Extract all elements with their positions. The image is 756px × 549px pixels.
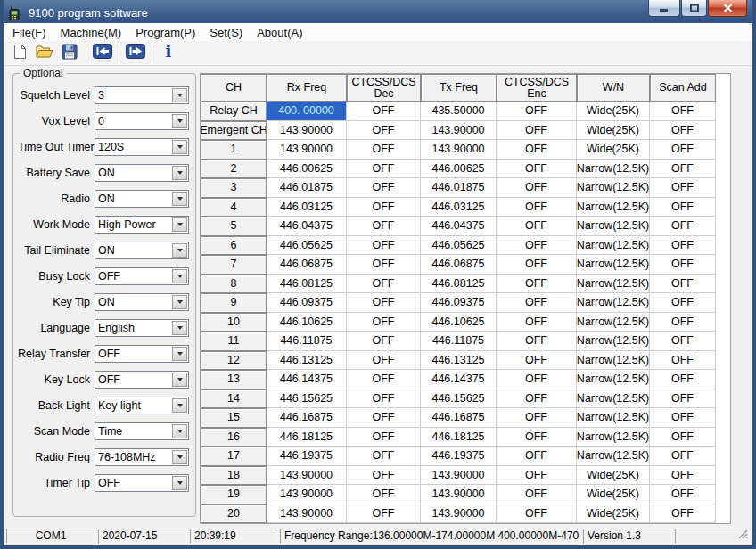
scan-add-cell[interactable]: OFF — [650, 332, 716, 351]
menu-item-machine[interactable]: Machine(M) — [53, 24, 129, 41]
combo-time-out-timer[interactable]: 120S — [94, 138, 189, 156]
scan-add-cell[interactable]: OFF — [650, 274, 716, 294]
combo-key-tip[interactable]: ON — [94, 293, 189, 311]
combo-arrow-button[interactable] — [172, 295, 187, 309]
wn-cell[interactable]: Wide(25K) — [577, 102, 650, 121]
save-file-button[interactable] — [57, 43, 82, 64]
ctcss-enc-cell[interactable]: OFF — [497, 217, 577, 236]
scan-add-cell[interactable]: OFF — [650, 313, 716, 332]
ctcss-enc-cell[interactable]: OFF — [497, 428, 577, 447]
scan-add-cell[interactable]: OFF — [650, 389, 716, 409]
about-info-button[interactable]: i — [156, 43, 181, 64]
ctcss-dec-cell[interactable]: OFF — [347, 255, 421, 274]
menu-item-program[interactable]: Program(P) — [128, 24, 202, 41]
tx-freq-cell[interactable]: 446.15625 — [421, 389, 497, 409]
rx-freq-cell[interactable]: 446.05625 — [267, 236, 347, 256]
channel-cell[interactable]: 9 — [201, 293, 267, 313]
ctcss-dec-cell[interactable]: OFF — [347, 351, 421, 371]
rx-freq-cell[interactable]: 446.09375 — [267, 293, 347, 313]
wn-cell[interactable]: Narrow(12.5K) — [577, 160, 650, 179]
tx-freq-cell[interactable]: 143.90000 — [421, 140, 497, 160]
ctcss-dec-cell[interactable]: OFF — [347, 389, 421, 409]
scan-add-cell[interactable]: OFF — [650, 236, 716, 256]
scan-add-cell[interactable]: OFF — [650, 370, 716, 389]
wn-cell[interactable]: Wide(25K) — [577, 485, 650, 504]
tx-freq-cell[interactable]: 446.03125 — [421, 198, 497, 217]
ctcss-enc-cell[interactable]: OFF — [497, 140, 577, 160]
ctcss-enc-cell[interactable]: OFF — [497, 293, 577, 313]
channel-cell[interactable]: 5 — [201, 217, 267, 236]
tx-freq-cell[interactable]: 143.90000 — [421, 504, 497, 524]
new-file-button[interactable] — [7, 43, 32, 64]
write-to-radio-button[interactable] — [123, 43, 148, 64]
menu-item-set[interactable]: Set(S) — [202, 24, 250, 41]
wn-cell[interactable]: Narrow(12.5K) — [577, 274, 650, 294]
combo-arrow-button[interactable] — [172, 217, 187, 232]
combo-arrow-button[interactable] — [172, 192, 187, 206]
channel-cell[interactable]: 17 — [201, 447, 267, 466]
rx-freq-cell[interactable]: 143.90000 — [267, 466, 347, 486]
menu-item-about[interactable]: About(A) — [250, 24, 309, 41]
ctcss-dec-cell[interactable]: OFF — [347, 236, 421, 256]
combo-battery-save[interactable]: ON — [94, 164, 189, 182]
channel-cell[interactable]: 6 — [201, 236, 267, 256]
combo-language[interactable]: English — [94, 319, 189, 337]
ctcss-dec-cell[interactable]: OFF — [347, 466, 421, 486]
wn-cell[interactable]: Narrow(12.5K) — [577, 236, 650, 256]
wn-cell[interactable]: Narrow(12.5K) — [577, 389, 650, 409]
tx-freq-cell[interactable]: 446.05625 — [421, 236, 497, 256]
tx-freq-cell[interactable]: 446.13125 — [421, 351, 497, 371]
channel-cell[interactable]: 3 — [201, 178, 267, 198]
combo-timer-tip[interactable]: OFF — [94, 474, 189, 492]
channel-cell[interactable]: 4 — [201, 198, 267, 217]
ctcss-enc-cell[interactable]: OFF — [497, 102, 577, 121]
combo-key-lock[interactable]: OFF — [94, 371, 189, 389]
rx-freq-cell[interactable]: 446.01875 — [267, 178, 347, 198]
rx-freq-cell[interactable]: 446.14375 — [267, 370, 347, 389]
wn-cell[interactable]: Wide(25K) — [577, 121, 650, 141]
tx-freq-cell[interactable]: 446.19375 — [421, 447, 497, 466]
ctcss-dec-cell[interactable]: OFF — [347, 121, 421, 141]
channel-cell[interactable]: 20 — [201, 504, 267, 524]
tx-freq-cell[interactable]: 143.90000 — [421, 466, 497, 486]
ctcss-enc-cell[interactable]: OFF — [497, 504, 577, 524]
tx-freq-cell[interactable]: 143.90000 — [421, 121, 497, 141]
rx-freq-cell[interactable]: 446.18125 — [267, 428, 347, 447]
combo-arrow-button[interactable] — [172, 424, 187, 438]
ctcss-dec-cell[interactable]: OFF — [347, 160, 421, 179]
combo-arrow-button[interactable] — [172, 373, 187, 387]
tx-freq-cell[interactable]: 446.00625 — [421, 160, 497, 179]
wn-cell[interactable]: Wide(25K) — [577, 504, 650, 524]
combo-squelch-level[interactable]: 3 — [94, 86, 189, 104]
scan-add-cell[interactable]: OFF — [650, 102, 716, 121]
scan-add-cell[interactable]: OFF — [650, 351, 716, 371]
rx-freq-cell[interactable]: 143.90000 — [267, 121, 347, 141]
combo-arrow-button[interactable] — [172, 243, 187, 258]
channel-cell[interactable]: 19 — [201, 485, 267, 504]
ctcss-enc-cell[interactable]: OFF — [497, 160, 577, 179]
combo-busy-lock[interactable]: OFF — [94, 267, 189, 285]
combo-arrow-button[interactable] — [172, 140, 187, 154]
ctcss-dec-cell[interactable]: OFF — [347, 274, 421, 294]
maximize-button[interactable] — [681, 0, 707, 17]
ctcss-dec-cell[interactable]: OFF — [347, 102, 421, 121]
combo-arrow-button[interactable] — [172, 88, 187, 102]
ctcss-dec-cell[interactable]: OFF — [347, 198, 421, 217]
scan-add-cell[interactable]: OFF — [650, 160, 716, 179]
wn-cell[interactable]: Wide(25K) — [577, 466, 650, 486]
combo-relay-transfer[interactable]: OFF — [94, 345, 189, 363]
menu-item-file[interactable]: File(F) — [5, 24, 53, 41]
open-file-button[interactable] — [32, 43, 57, 64]
scan-add-cell[interactable]: OFF — [650, 293, 716, 313]
combo-back-light[interactable]: Key light — [94, 397, 189, 414]
rx-freq-cell[interactable]: 446.15625 — [267, 389, 347, 409]
rx-freq-cell[interactable]: 446.04375 — [267, 217, 347, 236]
ctcss-enc-cell[interactable]: OFF — [497, 198, 577, 217]
wn-cell[interactable]: Narrow(12.5K) — [577, 217, 650, 236]
ctcss-enc-cell[interactable]: OFF — [497, 408, 577, 428]
rx-freq-cell[interactable]: 446.08125 — [267, 274, 347, 294]
wn-cell[interactable]: Narrow(12.5K) — [577, 408, 650, 428]
channel-cell[interactable]: 13 — [201, 370, 267, 389]
channel-cell[interactable]: 2 — [201, 160, 267, 179]
ctcss-dec-cell[interactable]: OFF — [347, 428, 421, 447]
